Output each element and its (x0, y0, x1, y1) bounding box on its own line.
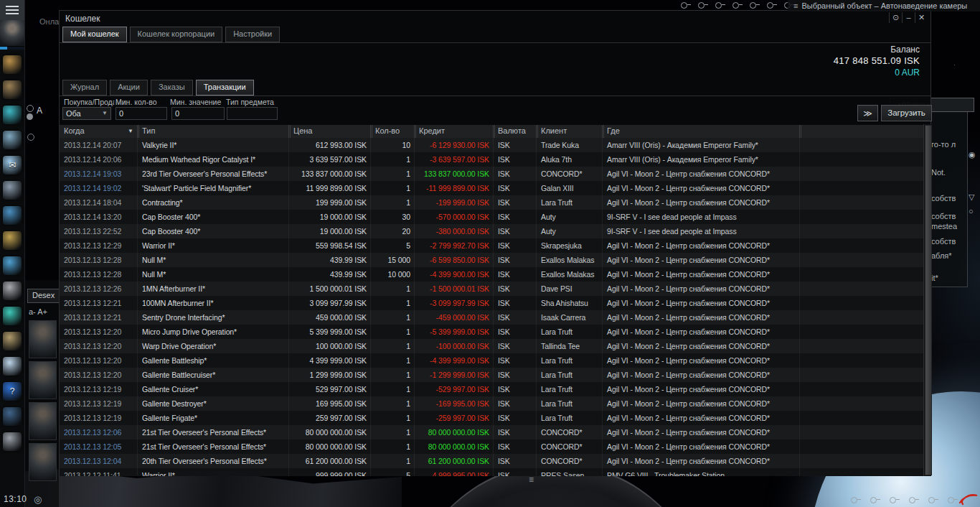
effect-orb-icon-2[interactable] (697, 1, 709, 9)
transaction-row[interactable]: 2013.12.13 22:52 Cap Booster 400* 19 000… (60, 224, 923, 238)
chat-member-portrait-2[interactable] (29, 361, 57, 399)
transaction-row[interactable]: 2013.12.13 12:21 100MN Afterburner II* 3… (60, 296, 923, 310)
transaction-row[interactable]: 2013.12.14 18:04 Contracting* 199 999.00… (60, 195, 923, 210)
directional-scanner-icon[interactable] (3, 407, 22, 426)
skill-training-bar (0, 47, 24, 50)
transaction-row[interactable]: 2013.12.13 12:05 21st Tier Overseer's Pe… (60, 439, 923, 454)
subtab-shares[interactable]: Акции (110, 80, 148, 96)
transaction-row[interactable]: 2013.12.14 19:02 'Stalwart' Particle Fie… (60, 181, 923, 195)
menu-handle-icon[interactable]: ≡ (793, 1, 798, 10)
tab-corp-wallet[interactable]: Кошелек корпорации (130, 27, 223, 42)
column-header-currency[interactable]: Валюта (493, 125, 536, 138)
window-resize-handle[interactable]: ≡ (529, 475, 534, 485)
effect-orb-icon-6[interactable] (766, 1, 778, 9)
wallet-titlebar[interactable]: Кошелек ⊙–✕ (60, 11, 930, 26)
transaction-row[interactable]: 2013.12.13 12:28 Null M* 439.99 ISK 10 0… (60, 267, 923, 282)
column-header-when[interactable]: Когда ▼ (60, 125, 137, 138)
camera-shortcut-icon-3[interactable] (889, 496, 900, 504)
aurum-store-icon[interactable] (3, 307, 22, 325)
column-header-qty[interactable]: Кол-во (370, 125, 414, 138)
contacts-icon[interactable] (3, 181, 22, 200)
camera-shortcut-icon-4[interactable] (908, 496, 920, 504)
sort-desc-icon[interactable]: ▼ (128, 125, 133, 137)
wallet-icon[interactable] (3, 282, 22, 300)
neocom-icon-list: ✉? (3, 55, 22, 451)
neocom-menu-button[interactable] (0, 0, 24, 20)
transaction-row[interactable]: 2013.12.13 12:28 Null M* 439.99 ISK 15 0… (60, 253, 923, 267)
charts-icon[interactable] (3, 256, 22, 275)
decorations-icon[interactable] (3, 231, 22, 250)
transaction-row[interactable]: 2013.12.13 12:21 Sentry Drone Interfacin… (60, 310, 923, 325)
redeem-items-icon[interactable] (3, 55, 22, 74)
reset-camera-icon[interactable]: ◉ (969, 150, 976, 159)
transaction-row[interactable]: 2013.12.13 12:19 Gallente Frigate* 259 9… (60, 411, 923, 425)
min-value-input[interactable] (171, 107, 225, 120)
tab-my-wallet[interactable]: Мой кошелек (62, 27, 127, 42)
transaction-row[interactable]: 2013.12.13 12:06 21st Tier Overseer's Pe… (60, 425, 923, 439)
window-settings-icon[interactable]: ⊙ (889, 12, 902, 23)
subtab-transactions[interactable]: Транзакции (196, 80, 254, 96)
close-icon[interactable]: ✕ (915, 12, 928, 23)
transaction-row[interactable]: 2013.12.13 12:20 Micro Jump Drive Operat… (60, 325, 923, 339)
column-header-type[interactable]: Тип (137, 125, 288, 138)
transaction-row[interactable]: 2013.12.13 12:29 Warrior II* 559 998.54 … (60, 238, 923, 253)
transaction-row[interactable]: 2013.12.13 12:26 1MN Afterburner II* 1 5… (60, 282, 923, 296)
chat-toggle-filled-icon[interactable] (27, 113, 33, 120)
transaction-row[interactable]: 2013.12.14 20:07 Valkyrie II* 612 993.00… (60, 138, 923, 152)
chat-member-portrait-3[interactable] (29, 402, 57, 440)
column-header-credit[interactable]: Кредит (414, 125, 493, 138)
transaction-row[interactable]: 2013.12.12 11:41 Warrior II* 999 999.00 … (60, 468, 923, 476)
chat-toggle-icon-2[interactable] (27, 134, 34, 141)
notepad-icon[interactable] (3, 432, 22, 451)
min-qty-input[interactable] (116, 107, 167, 120)
station-services-icon[interactable] (3, 80, 22, 99)
camera-shortcut-icon-6[interactable] (947, 496, 958, 504)
circle-marker-icon[interactable]: ○ (969, 207, 974, 215)
subtab-orders[interactable]: Заказы (151, 80, 193, 96)
scanner-probe-icon[interactable] (3, 131, 22, 149)
chat-font-size-controls[interactable]: a- A+ (29, 307, 47, 316)
camera-shortcut-icon-2[interactable] (870, 496, 881, 504)
transaction-row[interactable]: 2013.12.14 19:03 23rd Tier Overseer's Pe… (60, 167, 923, 181)
evemail-icon[interactable]: ✉ (3, 156, 22, 175)
transaction-row[interactable]: 2013.12.13 12:20 Gallente Battleship* 4 … (60, 353, 923, 368)
triangle-marker-icon[interactable]: ▽ (969, 192, 974, 202)
journal-icon[interactable] (3, 332, 22, 350)
character-portrait[interactable] (0, 20, 24, 47)
item-type-input[interactable] (227, 107, 278, 120)
column-header-where[interactable]: Где (602, 125, 799, 138)
expand-filters-button[interactable]: ≫ (857, 105, 878, 121)
chat-member-portrait-4[interactable] (29, 443, 57, 481)
camera-shortcut-icon-5[interactable] (928, 496, 939, 504)
camera-shortcut-icon-1[interactable] (850, 496, 862, 504)
effect-orb-icon-1[interactable] (680, 1, 692, 9)
transaction-row[interactable]: 2013.12.13 12:04 20th Tier Overseer's Pe… (60, 454, 923, 468)
scrollbar-thumb[interactable] (925, 125, 932, 475)
minimize-icon[interactable]: – (902, 12, 915, 23)
market-icon[interactable] (3, 206, 22, 225)
chat-member-portrait-1[interactable] (29, 320, 57, 358)
transaction-row[interactable]: 2013.12.13 12:19 Gallente Cruiser* 529 9… (60, 382, 923, 396)
subtab-journal[interactable]: Журнал (62, 80, 107, 96)
transaction-row[interactable]: 2013.12.14 20:06 Medium Warhead Rigor Ca… (60, 152, 923, 167)
effect-orb-icon-4[interactable] (732, 1, 743, 9)
buy-sell-dropdown[interactable]: Оба ▼ (62, 107, 111, 120)
ship-hangar-icon[interactable] (3, 106, 22, 124)
effect-orb-icon-3[interactable] (715, 1, 726, 9)
character-sheet-icon[interactable] (3, 357, 22, 376)
selected-object-bar[interactable]: ≡ Выбранный объект – Автонаведение камер… (788, 0, 980, 11)
effect-orb-icon-5[interactable] (749, 1, 760, 9)
chat-toggle-icon[interactable] (27, 105, 34, 112)
column-header-price[interactable]: Цена (288, 125, 370, 138)
neocom-clock[interactable]: 13:10 (4, 494, 27, 504)
table-scrollbar[interactable] (923, 124, 931, 476)
transaction-row[interactable]: 2013.12.13 12:19 Gallente Destroyer* 169… (60, 396, 923, 411)
transaction-row[interactable]: 2013.12.13 12:20 Warp Drive Operation* 1… (60, 339, 923, 353)
transaction-row[interactable]: 2013.12.14 13:20 Cap Booster 400* 19 000… (60, 210, 923, 224)
transaction-row[interactable]: 2013.12.13 12:20 Gallente Battlecruiser*… (60, 368, 923, 382)
tab-settings[interactable]: Настройки (225, 27, 280, 42)
load-button[interactable]: Загрузить (881, 105, 932, 121)
camera-eye-icon[interactable]: ◎ (34, 494, 42, 505)
help-icon[interactable]: ? (3, 382, 22, 401)
column-header-client[interactable]: Клиент (536, 125, 602, 138)
